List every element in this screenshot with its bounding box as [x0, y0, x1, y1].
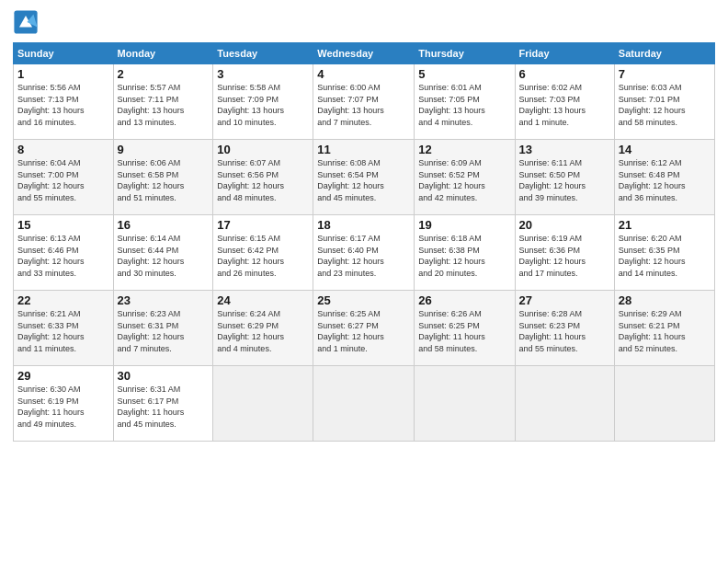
page-container: SundayMondayTuesdayWednesdayThursdayFrid…	[0, 0, 728, 451]
day-number: 19	[418, 218, 510, 232]
day-info: Sunrise: 6:25 AM Sunset: 6:27 PM Dayligh…	[317, 308, 410, 354]
day-number: 30	[118, 369, 210, 383]
day-cell: 27Sunrise: 6:28 AM Sunset: 6:23 PM Dayli…	[515, 291, 614, 366]
day-info: Sunrise: 5:58 AM Sunset: 7:09 PM Dayligh…	[217, 82, 309, 128]
day-number: 20	[519, 218, 610, 232]
day-info: Sunrise: 6:00 AM Sunset: 7:07 PM Dayligh…	[317, 82, 410, 128]
week-row-4: 22Sunrise: 6:21 AM Sunset: 6:33 PM Dayli…	[14, 291, 715, 366]
col-header-saturday: Saturday	[614, 43, 714, 64]
day-info: Sunrise: 6:12 AM Sunset: 6:48 PM Dayligh…	[619, 157, 711, 203]
day-info: Sunrise: 6:08 AM Sunset: 6:54 PM Dayligh…	[317, 157, 410, 203]
day-cell: 19Sunrise: 6:18 AM Sunset: 6:38 PM Dayli…	[415, 215, 515, 291]
day-info: Sunrise: 6:13 AM Sunset: 6:46 PM Dayligh…	[17, 233, 109, 279]
day-info: Sunrise: 6:09 AM Sunset: 6:52 PM Dayligh…	[418, 157, 510, 203]
day-number: 11	[317, 143, 410, 156]
day-number: 22	[17, 293, 109, 307]
col-header-sunday: Sunday	[14, 43, 114, 64]
day-cell: 7Sunrise: 6:03 AM Sunset: 7:01 PM Daylig…	[614, 64, 714, 140]
day-info: Sunrise: 6:23 AM Sunset: 6:31 PM Dayligh…	[118, 308, 210, 354]
day-cell	[515, 366, 614, 442]
day-info: Sunrise: 6:24 AM Sunset: 6:29 PM Dayligh…	[217, 308, 309, 354]
day-cell: 10Sunrise: 6:07 AM Sunset: 6:56 PM Dayli…	[213, 140, 313, 215]
week-row-2: 8Sunrise: 6:04 AM Sunset: 7:00 PM Daylig…	[14, 140, 715, 215]
day-number: 5	[418, 67, 510, 81]
day-info: Sunrise: 6:30 AM Sunset: 6:19 PM Dayligh…	[17, 384, 109, 430]
day-number: 26	[418, 293, 510, 307]
day-cell: 12Sunrise: 6:09 AM Sunset: 6:52 PM Dayli…	[415, 140, 515, 215]
day-info: Sunrise: 6:31 AM Sunset: 6:17 PM Dayligh…	[118, 384, 210, 430]
day-cell: 26Sunrise: 6:26 AM Sunset: 6:25 PM Dayli…	[415, 291, 515, 366]
day-info: Sunrise: 6:14 AM Sunset: 6:44 PM Dayligh…	[118, 233, 210, 279]
day-number: 9	[118, 143, 210, 156]
day-cell: 29Sunrise: 6:30 AM Sunset: 6:19 PM Dayli…	[14, 366, 114, 442]
day-number: 28	[619, 293, 711, 307]
day-cell	[415, 366, 515, 442]
day-cell: 6Sunrise: 6:02 AM Sunset: 7:03 PM Daylig…	[515, 64, 614, 140]
day-number: 24	[217, 293, 309, 307]
day-number: 17	[217, 218, 309, 232]
week-row-1: 1Sunrise: 5:56 AM Sunset: 7:13 PM Daylig…	[14, 64, 715, 140]
col-header-friday: Friday	[515, 43, 614, 64]
day-cell: 17Sunrise: 6:15 AM Sunset: 6:42 PM Dayli…	[213, 215, 313, 291]
day-number: 25	[317, 293, 410, 307]
day-info: Sunrise: 6:17 AM Sunset: 6:40 PM Dayligh…	[317, 233, 410, 279]
day-number: 4	[317, 67, 410, 81]
day-info: Sunrise: 6:15 AM Sunset: 6:42 PM Dayligh…	[217, 233, 309, 279]
day-info: Sunrise: 6:20 AM Sunset: 6:35 PM Dayligh…	[619, 233, 711, 279]
day-info: Sunrise: 6:29 AM Sunset: 6:21 PM Dayligh…	[619, 308, 711, 354]
day-cell: 3Sunrise: 5:58 AM Sunset: 7:09 PM Daylig…	[213, 64, 313, 140]
day-cell: 24Sunrise: 6:24 AM Sunset: 6:29 PM Dayli…	[213, 291, 313, 366]
day-cell: 13Sunrise: 6:11 AM Sunset: 6:50 PM Dayli…	[515, 140, 614, 215]
day-info: Sunrise: 5:56 AM Sunset: 7:13 PM Dayligh…	[17, 82, 109, 128]
day-info: Sunrise: 6:03 AM Sunset: 7:01 PM Dayligh…	[619, 82, 711, 128]
day-cell	[313, 366, 415, 442]
day-cell: 11Sunrise: 6:08 AM Sunset: 6:54 PM Dayli…	[313, 140, 415, 215]
day-number: 10	[217, 143, 309, 156]
day-cell: 18Sunrise: 6:17 AM Sunset: 6:40 PM Dayli…	[313, 215, 415, 291]
day-cell: 22Sunrise: 6:21 AM Sunset: 6:33 PM Dayli…	[14, 291, 114, 366]
day-number: 2	[118, 67, 210, 81]
day-number: 8	[17, 143, 109, 156]
logo-icon	[13, 9, 39, 35]
col-header-thursday: Thursday	[415, 43, 515, 64]
day-cell: 1Sunrise: 5:56 AM Sunset: 7:13 PM Daylig…	[14, 64, 114, 140]
logo	[13, 9, 42, 35]
day-number: 16	[118, 218, 210, 232]
day-cell: 4Sunrise: 6:00 AM Sunset: 7:07 PM Daylig…	[313, 64, 415, 140]
day-cell: 28Sunrise: 6:29 AM Sunset: 6:21 PM Dayli…	[614, 291, 714, 366]
calendar-table: SundayMondayTuesdayWednesdayThursdayFrid…	[13, 42, 715, 442]
day-cell	[614, 366, 714, 442]
day-info: Sunrise: 6:21 AM Sunset: 6:33 PM Dayligh…	[17, 308, 109, 354]
day-cell	[213, 366, 313, 442]
day-number: 14	[619, 143, 711, 156]
day-info: Sunrise: 6:19 AM Sunset: 6:36 PM Dayligh…	[519, 233, 610, 279]
col-header-wednesday: Wednesday	[313, 43, 415, 64]
day-cell: 30Sunrise: 6:31 AM Sunset: 6:17 PM Dayli…	[113, 366, 213, 442]
day-info: Sunrise: 6:07 AM Sunset: 6:56 PM Dayligh…	[217, 157, 309, 203]
day-number: 3	[217, 67, 309, 81]
day-number: 29	[17, 369, 109, 383]
day-cell: 16Sunrise: 6:14 AM Sunset: 6:44 PM Dayli…	[113, 215, 213, 291]
day-number: 7	[619, 67, 711, 81]
day-number: 12	[418, 143, 510, 156]
week-row-5: 29Sunrise: 6:30 AM Sunset: 6:19 PM Dayli…	[14, 366, 715, 442]
day-cell: 15Sunrise: 6:13 AM Sunset: 6:46 PM Dayli…	[14, 215, 114, 291]
day-info: Sunrise: 6:06 AM Sunset: 6:58 PM Dayligh…	[118, 157, 210, 203]
day-cell: 5Sunrise: 6:01 AM Sunset: 7:05 PM Daylig…	[415, 64, 515, 140]
day-number: 13	[519, 143, 610, 156]
header	[13, 9, 715, 35]
day-cell: 20Sunrise: 6:19 AM Sunset: 6:36 PM Dayli…	[515, 215, 614, 291]
col-header-tuesday: Tuesday	[213, 43, 313, 64]
day-cell: 23Sunrise: 6:23 AM Sunset: 6:31 PM Dayli…	[113, 291, 213, 366]
day-cell: 21Sunrise: 6:20 AM Sunset: 6:35 PM Dayli…	[614, 215, 714, 291]
day-info: Sunrise: 5:57 AM Sunset: 7:11 PM Dayligh…	[118, 82, 210, 128]
day-cell: 2Sunrise: 5:57 AM Sunset: 7:11 PM Daylig…	[113, 64, 213, 140]
day-info: Sunrise: 6:02 AM Sunset: 7:03 PM Dayligh…	[519, 82, 610, 128]
day-cell: 9Sunrise: 6:06 AM Sunset: 6:58 PM Daylig…	[113, 140, 213, 215]
day-cell: 14Sunrise: 6:12 AM Sunset: 6:48 PM Dayli…	[614, 140, 714, 215]
day-info: Sunrise: 6:11 AM Sunset: 6:50 PM Dayligh…	[519, 157, 610, 203]
day-number: 15	[17, 218, 109, 232]
day-info: Sunrise: 6:18 AM Sunset: 6:38 PM Dayligh…	[418, 233, 510, 279]
day-number: 27	[519, 293, 610, 307]
day-number: 1	[17, 67, 109, 81]
